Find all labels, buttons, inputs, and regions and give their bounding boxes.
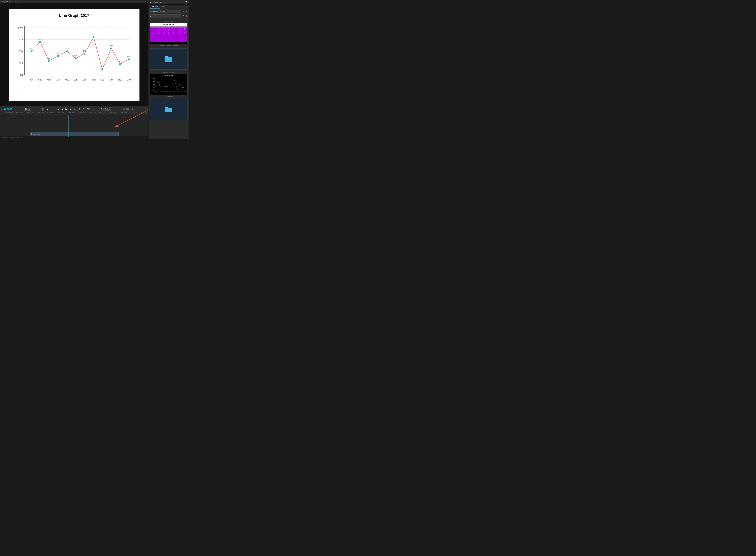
step-back-btn[interactable]: ◀ [61,107,64,111]
svg-text:Dec: Dec [184,91,186,92]
track-row-3 [0,126,148,131]
time-mark-10: 00;00;11;00 [99,112,106,113]
svg-text:Nov: Nov [118,78,122,81]
time-mark-12: 00;00;13;00 [120,112,127,113]
time-mark-13: 00;00;14;00 [131,112,137,113]
step-fwd-btn[interactable]: ▶ [69,107,72,111]
time-mark-8: 00;00;09;00 [78,112,85,113]
time-mark-6: 00;00;07;00 [58,112,64,113]
svg-point-37 [93,36,95,38]
quality-select[interactable]: Full [103,108,111,111]
svg-text:$80: $80 [92,34,95,35]
svg-point-58 [166,86,167,86]
time-mark-5: 00;00;06;00 [47,112,54,113]
folder-1-thumb [150,48,187,70]
svg-text:Feb: Feb [38,78,42,81]
fit-select[interactable]: Fit [24,108,31,111]
track-row-clip: Line Graph [0,131,148,137]
extract-btn[interactable]: ⊟ [82,107,85,111]
mini-chart-svg: $100 $75 $50 $25 $0 [151,76,186,92]
right-panel: Essential Graphics ☰ Browse Edit Essenti… [148,0,189,139]
line-graph-mini: Line Graph 2017 $100 $75 $50 $25 $0 [150,74,187,95]
dropdown-2-menu-btn[interactable]: ▼ [182,14,185,18]
svg-text:$75: $75 [153,81,155,82]
camera-btn[interactable]: 📷 [86,107,91,111]
svg-text:Apr: Apr [56,78,60,81]
controls-bar: 00;00;08;27 Fit ⚙ ◆ { } ⏮ ◀ ▶ ▶ ⏭ ⊞ ⊟ 📷 [0,106,148,112]
section-label-digital-juice: Digital-Juice [150,21,187,23]
next-frame-btn[interactable]: ⏭ [73,107,77,111]
svg-point-55 [158,82,159,83]
graphics-item-folder-2[interactable] [150,99,187,120]
svg-text:$25: $25 [19,62,23,64]
marker-btn[interactable]: ◆ [46,107,49,111]
graphics-scroll[interactable]: Digital-Juice NOVEMBER SUNMONTUEWEDTHUFR… [148,18,189,139]
menu-icon[interactable]: ☰ [19,1,21,3]
graphics-item-folder-1[interactable] [150,48,187,70]
svg-text:$50: $50 [153,84,155,85]
svg-text:$75: $75 [19,38,23,41]
svg-point-64 [182,87,183,88]
svg-text:$12: $12 [101,66,104,68]
svg-point-27 [48,60,50,62]
svg-text:$100: $100 [18,27,23,29]
svg-text:Sep: Sep [177,91,178,92]
panel-tabs: Browse Edit [148,5,189,9]
graphics-item-calendar[interactable]: NOVEMBER SUNMONTUEWEDTHUFRISAT 1234 5678… [150,23,187,46]
svg-text:$25: $25 [153,88,155,89]
dropdown-settings-btn[interactable]: ⊞ [185,10,188,13]
folder-2-thumb [150,99,187,120]
svg-point-59 [169,87,170,88]
panel-title: Essential Graphics [150,1,167,3]
calendar-thumb: NOVEMBER SUNMONTUEWEDTHUFRISAT 1234 5678… [150,23,187,44]
svg-text:$23: $23 [118,61,122,63]
time-mark-14: 00;00;15;00 [141,112,147,113]
settings-btn[interactable]: ⚙ [41,107,45,111]
svg-point-57 [164,86,164,87]
total-time-display: 00;00;04;16 [122,108,134,110]
graphics-item-line-graph[interactable]: Line Graph 2017 $100 $75 $50 $25 $0 [150,74,187,97]
svg-text:Sep: Sep [100,78,104,81]
cal-month: NOVEMBER [150,23,187,26]
add-btn[interactable]: + [145,107,147,111]
svg-text:Jun: Jun [169,91,170,92]
track-row-2 [0,121,148,126]
dropdown-row-2: / ▼ ⊞ [148,13,189,18]
panel-header: Essential Graphics ☰ [148,0,189,5]
out-btn[interactable]: } [53,107,55,111]
line-graph-label: Line Graph [150,95,187,97]
graphics-dropdown-1[interactable]: Essential Graphics [149,10,181,13]
svg-point-61 [174,80,175,80]
folder-2-icon [165,107,172,112]
svg-text:$56: $56 [110,45,113,47]
svg-text:$50: $50 [66,48,69,49]
svg-point-31 [66,50,68,52]
program-label: Program: ocean-arial [1,1,18,3]
svg-text:$30: $30 [47,57,50,59]
svg-text:Mar: Mar [161,91,162,92]
svg-text:Mar: Mar [47,78,51,81]
svg-text:Aug: Aug [92,78,96,81]
tab-edit[interactable]: Edit [160,5,167,9]
tab-browse[interactable]: Browse [150,5,160,9]
in-btn[interactable]: { [50,107,52,111]
time-mark-11: 00;00;12;00 [110,112,116,113]
cal-body: 1234 567891011 12131415161718 1920212223… [150,28,187,42]
svg-text:$0: $0 [20,74,23,76]
cal-days-header: SUNMONTUEWEDTHUFRISAT [150,26,187,28]
svg-point-56 [161,88,161,88]
svg-text:May: May [65,78,69,81]
panel-menu-icon[interactable]: ☰ [185,1,187,3]
dropdown-menu-btn[interactable]: ▼ [182,10,185,13]
playhead[interactable] [68,115,69,137]
play-btn[interactable]: ▶ [65,107,68,111]
clip-label: Line Graph [33,133,41,135]
prev-frame-btn[interactable]: ⏮ [56,107,60,111]
section-label-graphic-overlays: Graphic Overlays [150,71,187,73]
graphics-dropdown-2[interactable]: / [149,14,181,18]
insert-btn[interactable]: ⊞ [78,107,81,111]
dropdown-2-settings-btn[interactable]: ⊞ [185,14,188,18]
svg-text:Jul: Jul [171,91,172,92]
svg-text:$70: $70 [39,38,42,40]
timeline-clip[interactable]: Line Graph [30,132,118,136]
